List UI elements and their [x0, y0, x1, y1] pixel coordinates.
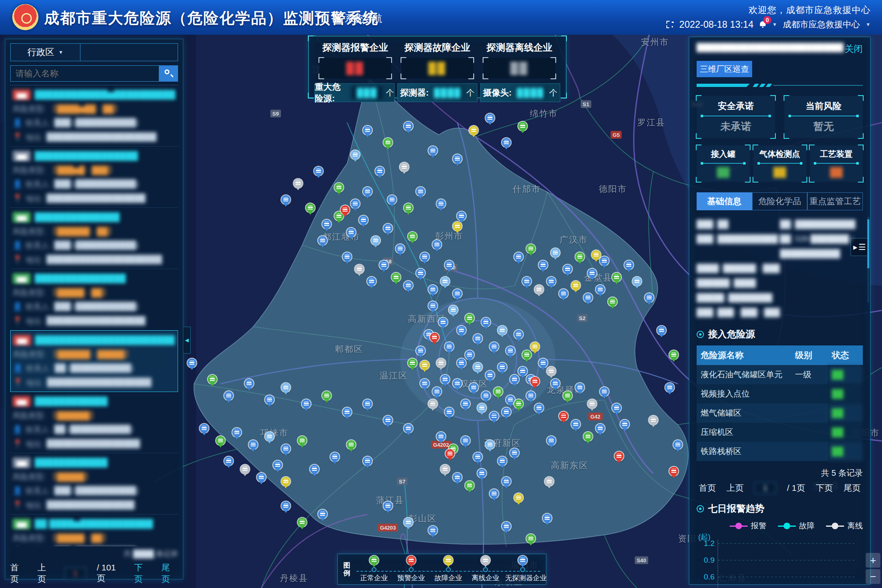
enterprise-map-pin[interactable] — [665, 383, 674, 392]
enterprise-map-pin[interactable] — [347, 440, 356, 449]
enterprise-map-pin[interactable] — [330, 452, 339, 461]
enterprise-map-pin[interactable] — [551, 248, 560, 257]
enterprise-map-pin[interactable] — [535, 285, 543, 294]
enterprise-map-pin[interactable] — [518, 122, 527, 131]
page-first[interactable]: 首页 — [699, 482, 716, 494]
enterprise-map-pin[interactable] — [224, 391, 233, 400]
enterprise-map-pin[interactable] — [588, 269, 597, 278]
enterprise-map-pin[interactable] — [363, 399, 372, 408]
enterprise-map-pin[interactable] — [200, 424, 209, 433]
enterprise-map-pin[interactable] — [375, 167, 384, 176]
enterprise-map-pin[interactable] — [347, 228, 356, 237]
enterprise-map-pin[interactable] — [657, 326, 666, 335]
enterprise-map-pin[interactable] — [624, 261, 633, 270]
tab-危险化学品[interactable]: 危险化学品 — [752, 192, 808, 210]
enterprise-map-pin[interactable] — [473, 452, 482, 461]
enterprise-map-pin[interactable] — [294, 179, 303, 188]
enterprise-map-pin[interactable] — [506, 395, 515, 404]
enterprise-map-pin[interactable] — [457, 326, 466, 335]
enterprise-map-pin[interactable] — [551, 379, 560, 388]
enterprise-map-pin[interactable] — [281, 383, 290, 392]
enterprise-map-pin[interactable] — [404, 122, 413, 131]
enterprise-map-pin[interactable] — [563, 391, 572, 400]
enterprise-map-pin[interactable] — [465, 350, 474, 359]
enterprise-map-pin[interactable] — [596, 285, 605, 294]
enterprise-map-pin[interactable] — [571, 281, 580, 290]
enterprise-map-pin[interactable] — [522, 350, 531, 359]
enterprise-map-pin[interactable] — [439, 318, 448, 327]
enterprise-map-pin[interactable] — [547, 436, 556, 445]
enterprise-map-pin[interactable] — [600, 387, 609, 396]
enterprise-map-pin[interactable] — [383, 501, 392, 510]
enterprise-map-pin[interactable] — [453, 289, 462, 298]
trend-legend-item[interactable]: 故障 — [778, 521, 815, 531]
enterprise-map-pin[interactable] — [588, 399, 597, 408]
enterprise-map-pin[interactable] — [359, 216, 368, 225]
page-current-input[interactable]: 1 — [65, 567, 86, 579]
company-list-item[interactable]: ▆▆█████████████████风险类型:【███▆█ - ███】👤联系… — [10, 147, 178, 208]
enterprise-map-pin[interactable] — [351, 150, 360, 159]
enterprise-map-pin[interactable] — [341, 205, 350, 214]
bell-icon[interactable]: 0 — [759, 21, 766, 28]
enterprise-map-pin[interactable] — [408, 359, 417, 368]
search-input[interactable] — [10, 65, 159, 82]
enterprise-map-pin[interactable] — [416, 269, 425, 278]
enterprise-map-pin[interactable] — [298, 436, 307, 445]
enterprise-map-pin[interactable] — [559, 289, 568, 298]
enterprise-map-pin[interactable] — [437, 432, 445, 441]
enterprise-map-pin[interactable] — [322, 220, 331, 229]
enterprise-map-pin[interactable] — [430, 333, 439, 342]
hazard-table-row[interactable]: 燃气储罐区██ — [697, 403, 863, 423]
enterprise-map-pin[interactable] — [669, 350, 678, 359]
enterprise-map-pin[interactable] — [306, 203, 315, 212]
detail-scrollbar[interactable] — [867, 217, 869, 303]
enterprise-map-pin[interactable] — [265, 395, 274, 404]
enterprise-map-pin[interactable] — [526, 244, 535, 253]
enterprise-map-pin[interactable] — [363, 126, 372, 135]
enterprise-map-pin[interactable] — [281, 195, 290, 204]
enterprise-map-pin[interactable] — [453, 473, 462, 482]
company-list-item[interactable]: ▆▆████████████▆█████████████风险类型:【████▆█… — [10, 85, 178, 147]
hazard-table-row[interactable]: 视频接入点位██ — [697, 384, 863, 403]
enterprise-map-pin[interactable] — [571, 420, 580, 429]
company-list-item[interactable]: ▆▆████████████风险类型:【█████】👤联系人:███ (████… — [10, 453, 178, 514]
enterprise-map-pin[interactable] — [539, 261, 548, 270]
enterprise-map-pin[interactable] — [539, 359, 548, 368]
enterprise-map-pin[interactable] — [404, 518, 413, 527]
enterprise-map-pin[interactable] — [457, 212, 466, 220]
enterprise-map-pin[interactable] — [518, 367, 527, 376]
zoom-out-button[interactable]: − — [866, 569, 880, 584]
enterprise-map-pin[interactable] — [530, 377, 539, 386]
enterprise-map-pin[interactable] — [486, 371, 494, 380]
enterprise-map-pin[interactable] — [477, 403, 486, 412]
enterprise-map-pin[interactable] — [298, 518, 307, 527]
enterprise-map-pin[interactable] — [465, 314, 474, 323]
enterprise-map-pin[interactable] — [510, 375, 519, 384]
company-list-item[interactable]: ▆▆███████████████████████风险类型:【██████ - … — [10, 330, 178, 392]
enterprise-map-pin[interactable] — [428, 526, 437, 535]
enterprise-map-pin[interactable] — [232, 428, 241, 437]
enterprise-map-pin[interactable] — [608, 297, 617, 306]
enterprise-map-pin[interactable] — [502, 477, 511, 486]
enterprise-map-pin[interactable] — [584, 432, 592, 441]
enterprise-map-pin[interactable] — [490, 342, 499, 351]
enterprise-map-pin[interactable] — [596, 424, 605, 433]
sidebar-collapse-handle[interactable]: ◀ — [183, 327, 191, 354]
enterprise-map-pin[interactable] — [420, 379, 429, 388]
enterprise-map-pin[interactable] — [461, 436, 470, 445]
enterprise-map-pin[interactable] — [343, 252, 352, 261]
page-first[interactable]: 首页 — [10, 562, 27, 585]
enterprise-map-pin[interactable] — [383, 224, 392, 233]
enterprise-map-pin[interactable] — [445, 342, 454, 351]
enterprise-map-pin[interactable] — [522, 277, 531, 286]
page-current-input[interactable]: 1 — [754, 482, 776, 494]
enterprise-map-pin[interactable] — [416, 346, 425, 355]
enterprise-map-pin[interactable] — [310, 465, 319, 474]
enterprise-map-pin[interactable] — [490, 412, 499, 421]
enterprise-map-pin[interactable] — [404, 424, 413, 433]
enterprise-map-pin[interactable] — [396, 244, 405, 253]
enterprise-map-pin[interactable] — [318, 236, 327, 245]
enterprise-map-pin[interactable] — [187, 359, 196, 368]
enterprise-map-pin[interactable] — [432, 240, 441, 249]
enterprise-map-pin[interactable] — [535, 403, 543, 412]
